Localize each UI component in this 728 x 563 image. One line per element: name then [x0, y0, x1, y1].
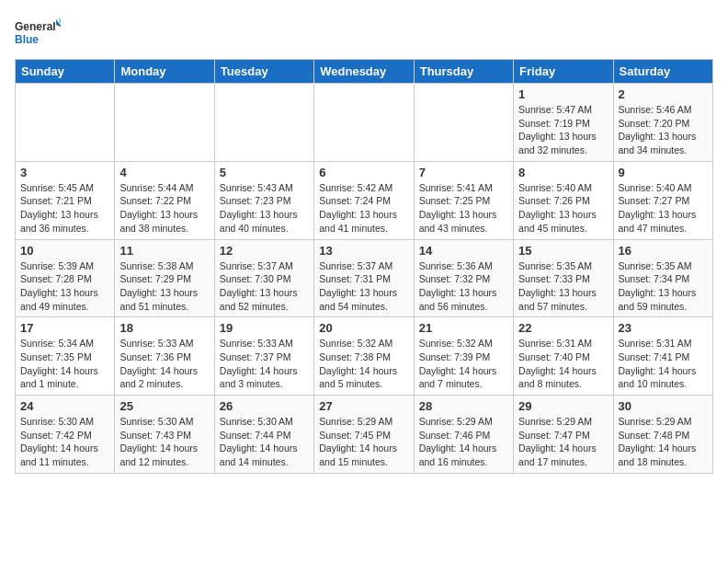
week-row-5: 24Sunrise: 5:30 AMSunset: 7:42 PMDayligh…: [16, 396, 713, 474]
day-info: Sunrise: 5:44 AMSunset: 7:22 PMDaylight:…: [119, 181, 209, 236]
svg-text:Blue: Blue: [15, 33, 39, 46]
day-number: 13: [319, 244, 408, 258]
day-number: 30: [619, 399, 708, 413]
day-cell: [115, 84, 214, 162]
day-info: Sunrise: 5:29 AMSunset: 7:47 PMDaylight:…: [518, 415, 608, 469]
day-cell: 28Sunrise: 5:29 AMSunset: 7:46 PMDayligh…: [414, 396, 513, 474]
svg-text:General: General: [15, 20, 56, 33]
day-cell: 26Sunrise: 5:30 AMSunset: 7:44 PMDayligh…: [214, 396, 313, 474]
day-number: 23: [619, 321, 708, 335]
day-number: 20: [319, 321, 408, 335]
day-info: Sunrise: 5:30 AMSunset: 7:42 PMDaylight:…: [20, 415, 109, 469]
day-info: Sunrise: 5:32 AMSunset: 7:38 PMDaylight:…: [319, 337, 408, 391]
day-info: Sunrise: 5:30 AMSunset: 7:44 PMDaylight:…: [220, 415, 309, 469]
day-header-tuesday: Tuesday: [214, 60, 313, 84]
day-header-saturday: Saturday: [613, 60, 712, 84]
logo-icon: General Blue: [15, 15, 61, 52]
day-number: 19: [220, 321, 309, 335]
day-number: 11: [119, 244, 209, 258]
day-number: 2: [619, 87, 708, 101]
day-header-monday: Monday: [115, 60, 214, 84]
day-cell: 12Sunrise: 5:37 AMSunset: 7:30 PMDayligh…: [214, 239, 313, 317]
day-cell: 8Sunrise: 5:40 AMSunset: 7:26 PMDaylight…: [514, 161, 613, 239]
day-info: Sunrise: 5:36 AMSunset: 7:32 PMDaylight:…: [419, 259, 508, 314]
day-header-wednesday: Wednesday: [314, 60, 414, 84]
day-number: 24: [20, 399, 109, 413]
day-number: 10: [20, 244, 109, 258]
day-header-row: SundayMondayTuesdayWednesdayThursdayFrid…: [16, 60, 713, 84]
day-cell: 23Sunrise: 5:31 AMSunset: 7:41 PMDayligh…: [613, 317, 712, 396]
day-number: 12: [220, 244, 309, 258]
svg-marker-3: [59, 17, 61, 24]
day-number: 16: [619, 244, 708, 258]
logo: General Blue: [15, 15, 61, 52]
day-cell: 20Sunrise: 5:32 AMSunset: 7:38 PMDayligh…: [314, 317, 414, 396]
day-info: Sunrise: 5:33 AMSunset: 7:36 PMDaylight:…: [119, 337, 209, 391]
day-number: 21: [419, 321, 508, 335]
day-cell: 25Sunrise: 5:30 AMSunset: 7:43 PMDayligh…: [115, 396, 214, 474]
day-number: 3: [20, 166, 109, 179]
calendar-table: SundayMondayTuesdayWednesdayThursdayFrid…: [15, 59, 713, 474]
day-info: Sunrise: 5:30 AMSunset: 7:43 PMDaylight:…: [119, 415, 209, 469]
day-cell: 18Sunrise: 5:33 AMSunset: 7:36 PMDayligh…: [115, 317, 214, 396]
day-cell: 24Sunrise: 5:30 AMSunset: 7:42 PMDayligh…: [16, 396, 115, 474]
day-number: 7: [419, 166, 508, 179]
day-header-friday: Friday: [514, 60, 613, 84]
day-cell: 6Sunrise: 5:42 AMSunset: 7:24 PMDaylight…: [314, 161, 414, 239]
day-number: 5: [220, 166, 309, 179]
day-cell: 29Sunrise: 5:29 AMSunset: 7:47 PMDayligh…: [514, 396, 613, 474]
day-cell: 17Sunrise: 5:34 AMSunset: 7:35 PMDayligh…: [16, 317, 115, 396]
day-number: 9: [619, 166, 708, 179]
day-info: Sunrise: 5:29 AMSunset: 7:45 PMDaylight:…: [319, 415, 408, 469]
day-info: Sunrise: 5:39 AMSunset: 7:28 PMDaylight:…: [20, 259, 109, 314]
day-info: Sunrise: 5:34 AMSunset: 7:35 PMDaylight:…: [20, 337, 109, 391]
day-info: Sunrise: 5:38 AMSunset: 7:29 PMDaylight:…: [119, 259, 209, 314]
day-number: 28: [419, 399, 508, 413]
day-cell: 16Sunrise: 5:35 AMSunset: 7:34 PMDayligh…: [613, 239, 712, 317]
day-cell: 22Sunrise: 5:31 AMSunset: 7:40 PMDayligh…: [514, 317, 613, 396]
day-cell: 4Sunrise: 5:44 AMSunset: 7:22 PMDaylight…: [115, 161, 214, 239]
day-number: 1: [518, 87, 608, 101]
day-number: 22: [518, 321, 608, 335]
week-row-2: 3Sunrise: 5:45 AMSunset: 7:21 PMDaylight…: [16, 161, 713, 239]
day-cell: 1Sunrise: 5:47 AMSunset: 7:19 PMDaylight…: [514, 84, 613, 162]
day-info: Sunrise: 5:31 AMSunset: 7:41 PMDaylight:…: [619, 337, 708, 391]
day-cell: 19Sunrise: 5:33 AMSunset: 7:37 PMDayligh…: [214, 317, 313, 396]
day-number: 27: [319, 399, 408, 413]
day-cell: 13Sunrise: 5:37 AMSunset: 7:31 PMDayligh…: [314, 239, 414, 317]
day-info: Sunrise: 5:32 AMSunset: 7:39 PMDaylight:…: [419, 337, 508, 391]
day-number: 18: [119, 321, 209, 335]
day-info: Sunrise: 5:35 AMSunset: 7:34 PMDaylight:…: [619, 259, 708, 314]
day-info: Sunrise: 5:40 AMSunset: 7:27 PMDaylight:…: [619, 181, 708, 236]
day-cell: [214, 84, 313, 162]
day-info: Sunrise: 5:40 AMSunset: 7:26 PMDaylight:…: [518, 181, 608, 236]
day-cell: 21Sunrise: 5:32 AMSunset: 7:39 PMDayligh…: [414, 317, 513, 396]
day-info: Sunrise: 5:33 AMSunset: 7:37 PMDaylight:…: [220, 337, 309, 391]
day-cell: 2Sunrise: 5:46 AMSunset: 7:20 PMDaylight…: [613, 84, 712, 162]
day-info: Sunrise: 5:47 AMSunset: 7:19 PMDaylight:…: [518, 103, 608, 157]
day-cell: 10Sunrise: 5:39 AMSunset: 7:28 PMDayligh…: [16, 239, 115, 317]
day-cell: [414, 84, 513, 162]
day-info: Sunrise: 5:46 AMSunset: 7:20 PMDaylight:…: [619, 103, 708, 157]
week-row-4: 17Sunrise: 5:34 AMSunset: 7:35 PMDayligh…: [16, 317, 713, 396]
day-cell: [16, 84, 115, 162]
day-cell: 5Sunrise: 5:43 AMSunset: 7:23 PMDaylight…: [214, 161, 313, 239]
day-number: 29: [518, 399, 608, 413]
week-row-3: 10Sunrise: 5:39 AMSunset: 7:28 PMDayligh…: [16, 239, 713, 317]
day-cell: 30Sunrise: 5:29 AMSunset: 7:48 PMDayligh…: [613, 396, 712, 474]
day-number: 17: [20, 321, 109, 335]
day-number: 8: [518, 166, 608, 179]
day-info: Sunrise: 5:43 AMSunset: 7:23 PMDaylight:…: [220, 181, 309, 236]
day-info: Sunrise: 5:45 AMSunset: 7:21 PMDaylight:…: [20, 181, 109, 236]
day-number: 26: [220, 399, 309, 413]
day-cell: 27Sunrise: 5:29 AMSunset: 7:45 PMDayligh…: [314, 396, 414, 474]
day-info: Sunrise: 5:29 AMSunset: 7:46 PMDaylight:…: [419, 415, 508, 469]
day-cell: [314, 84, 414, 162]
day-info: Sunrise: 5:42 AMSunset: 7:24 PMDaylight:…: [319, 181, 408, 236]
day-info: Sunrise: 5:31 AMSunset: 7:40 PMDaylight:…: [518, 337, 608, 391]
day-info: Sunrise: 5:29 AMSunset: 7:48 PMDaylight:…: [619, 415, 708, 469]
day-cell: 7Sunrise: 5:41 AMSunset: 7:25 PMDaylight…: [414, 161, 513, 239]
day-number: 15: [518, 244, 608, 258]
day-info: Sunrise: 5:41 AMSunset: 7:25 PMDaylight:…: [419, 181, 508, 236]
week-row-1: 1Sunrise: 5:47 AMSunset: 7:19 PMDaylight…: [16, 84, 713, 162]
